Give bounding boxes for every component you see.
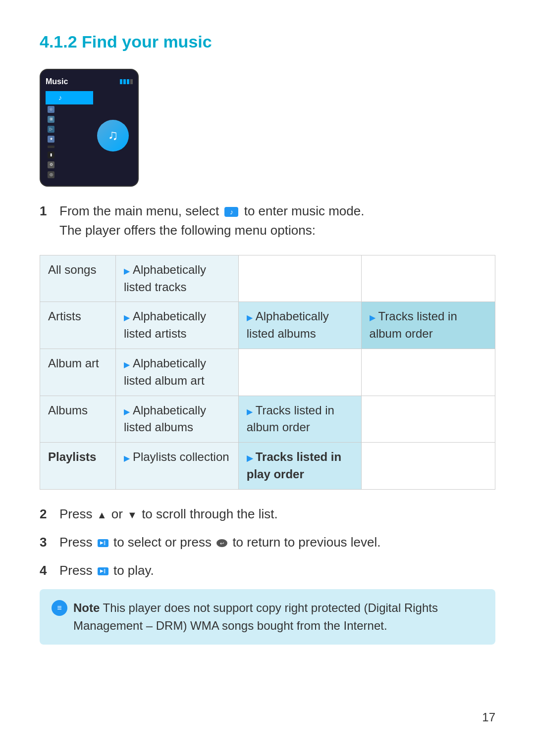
step-2: 2 Press ▲ or ▼ to scroll through the lis… [40, 504, 495, 524]
device-title: Music [46, 76, 68, 87]
device-menu-item-7: ▮ [46, 150, 93, 160]
col2-allsongs [238, 255, 361, 302]
col3-allsongs [361, 255, 495, 302]
device-battery [120, 79, 133, 84]
table-row-allsongs: All songs ▶Alphabetically listed tracks [40, 255, 495, 302]
page-number: 17 [482, 709, 495, 726]
step-2-number: 2 [40, 504, 59, 524]
arrow-artists-2: ▶ [247, 312, 253, 323]
device-body: 1 – ♪ ☺ ⊞ ▷ ★ ▮ ⚙ [46, 91, 133, 179]
label-allsongs: All songs [40, 255, 116, 302]
col1-albumart: ▶Alphabetically listed album art [115, 349, 238, 396]
step-2-text: Press ▲ or ▼ to scroll through the list. [59, 504, 495, 524]
table-row-artists: Artists ▶Alphabetically listed artists ▶… [40, 302, 495, 349]
device-music-art: ♫ [93, 91, 133, 179]
device-menu: 1 – ♪ ☺ ⊞ ▷ ★ ▮ ⚙ [46, 91, 93, 179]
arrow-playlists-2: ▶ [247, 453, 253, 464]
label-artists: Artists [40, 302, 116, 349]
table-row-albums: Albums ▶Alphabetically listed albums ▶Tr… [40, 396, 495, 443]
music-mode-icon [224, 207, 238, 217]
note-icon: ≡ [52, 600, 67, 616]
col3-artists: ▶Tracks listed in album order [361, 302, 495, 349]
table-row-albumart: Album art ▶Alphabetically listed album a… [40, 349, 495, 396]
step-4: 4 Press to play. [40, 561, 495, 580]
col2-albumart [238, 349, 361, 396]
arrow-artists-1: ▶ [124, 312, 130, 323]
device-menu-item-8: ⚙ [46, 160, 93, 170]
music-icon-small: ♪ [58, 93, 62, 102]
up-arrow-icon: ▲ [97, 507, 107, 522]
device-menu-item-4: ▷ [46, 124, 93, 134]
device-menu-item-6 [46, 144, 93, 150]
step-1-number: 1 [40, 202, 59, 221]
label-albumart: Album art [40, 349, 116, 396]
back-icon [216, 539, 227, 547]
label-albums: Albums [40, 396, 116, 443]
col1-albums: ▶Alphabetically listed albums [115, 396, 238, 443]
note-text: Note This player does not support copy r… [73, 599, 483, 635]
device-menu-item-9: ◎ [46, 170, 93, 180]
step-1: 1 From the main menu, select to enter mu… [40, 202, 495, 240]
step-3: 3 Press to select or press to return to … [40, 533, 495, 552]
col3-albumart [361, 349, 495, 396]
arrow-playlists-1: ▶ [124, 453, 130, 464]
step-4-text: Press to play. [59, 561, 495, 580]
device-menu-item-5: ★ [46, 134, 93, 144]
section-title: 4.1.2 Find your music [40, 30, 495, 54]
device-menu-item-2: ☺ [46, 104, 93, 114]
note-body: This player does not support copy right … [73, 601, 438, 632]
device-menu-item-3: ⊞ [46, 114, 93, 124]
col2-albums: ▶Tracks listed in album order [238, 396, 361, 443]
step-3-text: Press to select or press to return to pr… [59, 533, 495, 552]
menu-options-table: All songs ▶Alphabetically listed tracks … [40, 255, 495, 490]
play-pause-icon-1 [98, 539, 108, 547]
play-pause-icon-2 [98, 567, 108, 575]
arrow-albums-2: ▶ [247, 406, 253, 417]
arrow-albums-1: ▶ [124, 406, 130, 417]
col2-playlists: ▶Tracks listed in play order [238, 443, 361, 490]
col2-artists: ▶Alphabetically listed albums [238, 302, 361, 349]
arrow-allsongs-1: ▶ [124, 265, 130, 277]
col3-playlists [361, 443, 495, 490]
arrow-albumart-1: ▶ [124, 359, 130, 370]
note-box: ≡ Note This player does not support copy… [40, 589, 495, 645]
step-3-number: 3 [40, 533, 59, 552]
down-arrow-icon: ▼ [127, 507, 137, 522]
col3-albums [361, 396, 495, 443]
device-menu-item-music: 1 – ♪ [46, 91, 93, 104]
arrow-artists-3: ▶ [370, 312, 375, 323]
step-1-text: From the main menu, select to enter musi… [59, 202, 495, 240]
col1-allsongs: ▶Alphabetically listed tracks [115, 255, 238, 302]
table-row-playlists: Playlists ▶Playlists collection ▶Tracks … [40, 443, 495, 490]
col1-playlists: ▶Playlists collection [115, 443, 238, 490]
device-screenshot: Music 1 – ♪ ☺ ⊞ ▷ ★ [40, 69, 139, 186]
label-playlists: Playlists [40, 443, 116, 490]
note-bold-label: Note [73, 601, 100, 614]
device-header: Music [46, 76, 133, 87]
col1-artists: ▶Alphabetically listed artists [115, 302, 238, 349]
step-4-number: 4 [40, 561, 59, 580]
